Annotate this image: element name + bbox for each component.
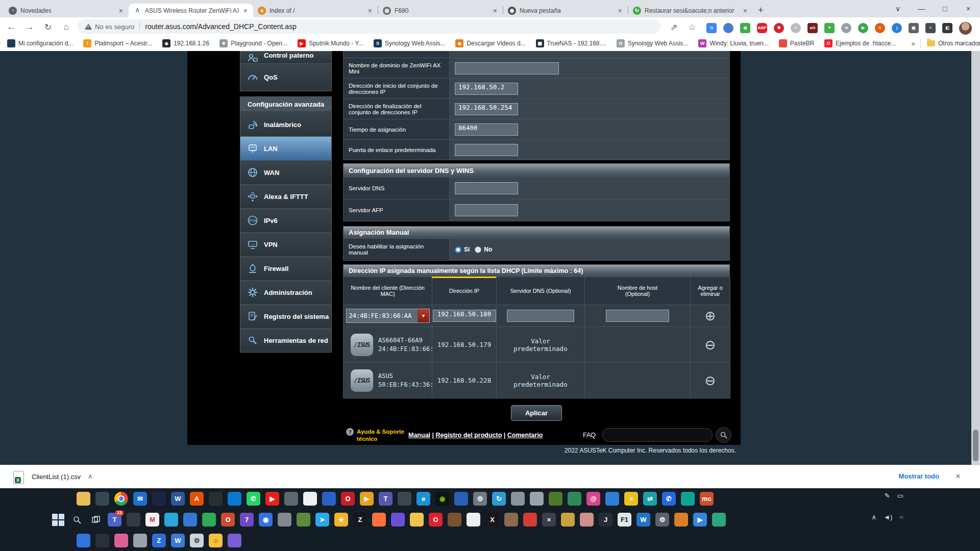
taskbar-opera-gx[interactable]: O (341, 492, 355, 506)
taskbar-maps[interactable]: ◉ (259, 513, 273, 527)
taskbar-steam[interactable] (209, 492, 223, 506)
taskbar-word[interactable]: W (171, 492, 185, 506)
taskbar-smiley[interactable]: ☺ (209, 534, 223, 547)
download-expand-chevron-icon[interactable]: ∧ (88, 472, 93, 480)
bookmark-item[interactable]: !Platinsport – Acestr... (83, 39, 152, 47)
taskbar-youtube[interactable]: ▶ (265, 492, 279, 506)
taskbar-grid-blue[interactable] (77, 534, 90, 547)
browser-tab[interactable]: ◉Nueva pestaña× (503, 4, 628, 17)
faq-search-button[interactable] (716, 427, 731, 443)
volume-icon[interactable]: ◄) (884, 513, 892, 521)
taskbar-cloud-gray[interactable] (398, 492, 411, 506)
window-minimize-button[interactable]: — (910, 0, 933, 17)
bookmark-item[interactable]: DSynology Web Assis... (617, 39, 689, 47)
footer-link[interactable]: Registro del producto (436, 432, 502, 439)
hidden-icons-chevron[interactable]: ∧ (872, 513, 877, 521)
sidebar-item-alexa[interactable]: Alexa & IFTTT (240, 184, 331, 208)
taskbar-settings-gray[interactable]: ⚙ (473, 492, 487, 506)
sidebar-item-syslog[interactable]: Registro del sistema (240, 304, 331, 328)
adblock-plus-icon[interactable]: ABP (757, 23, 767, 33)
taskbar-dark-app[interactable] (152, 492, 166, 506)
taskbar-movie-maker[interactable]: W (171, 534, 185, 547)
browser-tab[interactable]: ◍F680× (378, 4, 503, 17)
taskbar-drive[interactable] (511, 492, 525, 506)
browser-tab[interactable]: ↻Restaurar sesi&oacute;n anterior× (628, 4, 753, 17)
shield-check-icon[interactable]: ✓ (791, 23, 801, 33)
taskbar-firefox[interactable] (372, 513, 386, 527)
help-support-block[interactable]: ?Ayuda & Soportetécnico (346, 428, 404, 443)
bookmark-item[interactable]: ▦TrueNAS - 192.168.... (536, 39, 606, 47)
taskbar-notepad[interactable] (467, 513, 480, 527)
taskbar-circle-purple[interactable] (228, 534, 241, 547)
taskbar-pill-gray[interactable] (133, 534, 147, 547)
taskbar-zepeto[interactable]: Z (353, 513, 367, 527)
taskbar-z-blue[interactable]: Z (152, 534, 166, 547)
toolbar-forward-button[interactable]: → (22, 20, 37, 34)
taskbar-opera[interactable]: O (429, 513, 443, 527)
taskbar-onedrive[interactable] (228, 492, 241, 506)
taskbar-your-phone[interactable]: ✆ (662, 492, 676, 506)
sidebar-item-vpn[interactable]: ↔VPN (240, 232, 331, 256)
toolbar-reload-button[interactable]: ↻ (41, 20, 55, 34)
bookmark-item[interactable]: ✳Playground - Open... (219, 39, 287, 47)
taskbar-teams-classic[interactable]: T (379, 492, 393, 506)
taskbar-apple-blue[interactable] (183, 513, 197, 527)
taskbar-f1[interactable]: F1 (618, 513, 631, 527)
show-all-downloads-button[interactable]: Mostrar todo (899, 472, 939, 480)
taskbar-box-orange[interactable] (674, 513, 688, 527)
share-icon[interactable]: ⇗ (667, 20, 681, 34)
window-restore-button[interactable]: □ (933, 0, 957, 17)
form-input[interactable]: 192.168.50.254 (455, 103, 518, 115)
remove-client-icon[interactable]: ⊖ (705, 338, 716, 352)
scrollbar-track[interactable] (971, 51, 980, 465)
taskbar-camera[interactable] (284, 492, 298, 506)
puzzle-icon[interactable]: ▣ (909, 23, 919, 33)
sidebar-item-wan[interactable]: WAN (240, 160, 331, 184)
play-green-icon[interactable]: ▶ (858, 23, 868, 33)
sidebar-item-nettools[interactable]: Herramientas de red (240, 328, 331, 352)
window-menu-chevron-button[interactable]: ∨ (886, 0, 910, 17)
profile-avatar[interactable] (959, 22, 972, 35)
taskbar-camera-dark[interactable] (95, 534, 109, 547)
dns-input[interactable] (507, 310, 574, 322)
taskbar-mail[interactable]: ✉ (133, 492, 147, 506)
taskbar-task-view-button[interactable] (89, 513, 103, 527)
tab-close-icon[interactable]: × (367, 7, 373, 15)
browser-tab[interactable]: ΛASUS Wireless Router ZenWiFi AX× (129, 4, 253, 17)
taskbar-dirt-block[interactable] (448, 513, 461, 527)
taskbar-mail-pink[interactable]: @ (586, 492, 600, 506)
taskbar-media-center[interactable]: mc (700, 492, 714, 506)
url-text[interactable]: router.asus.com/Advanced_DHCP_Content.as… (145, 22, 297, 31)
download-helper-icon[interactable]: ▼ (824, 23, 835, 33)
other-bookmarks-button[interactable]: Otros marcadores (927, 40, 980, 47)
bookmark-item[interactable]: ◈Descargar Videos d... (455, 39, 525, 47)
taskbar-seven-purple[interactable]: 7 (240, 513, 254, 527)
pen-icon[interactable]: ✎ (885, 492, 890, 499)
bookmark-item[interactable]: OEjemplos de .htacce... (824, 39, 896, 47)
taskbar-pickaxe-gold[interactable] (561, 513, 575, 527)
s-orange-icon[interactable]: S (875, 23, 885, 33)
tab-close-icon[interactable]: × (242, 7, 249, 15)
radio-no[interactable] (475, 246, 481, 253)
bookmark-item[interactable]: SSynology Web Assis... (374, 39, 446, 47)
taskbar-pig-pink[interactable] (580, 513, 594, 527)
footer-link[interactable]: Manual (408, 432, 430, 439)
window-close-button[interactable]: × (957, 0, 980, 17)
form-input[interactable] (455, 62, 559, 74)
mac-select[interactable]: 24:4B:FE:83:66:AA▼ (346, 309, 430, 323)
taskbar-mouse[interactable] (530, 492, 544, 506)
radio-yes[interactable] (455, 246, 461, 253)
taskbar-movies[interactable] (454, 492, 468, 506)
taskbar-star-yellow[interactable]: ★ (334, 513, 348, 527)
taskbar-mc-block[interactable] (504, 513, 518, 527)
bookmark-item[interactable]: ◆192.168.1.26 (162, 39, 209, 47)
taskbar-cloud-blue[interactable] (164, 513, 178, 527)
ublock-origin-icon[interactable]: uO (807, 23, 818, 33)
taskbar-minecraft-grass[interactable] (297, 513, 310, 527)
taskbar-player[interactable]: ▶ (360, 492, 374, 506)
taskbar-green-circle[interactable] (202, 513, 216, 527)
sidebar-item-ipv6[interactable]: IPV6IPv6 (240, 208, 331, 232)
sidebar-item-firewall[interactable]: Firewall (240, 256, 331, 280)
bookmark-item[interactable]: PasteBR (779, 39, 814, 47)
taskbar-gear-light[interactable]: ⚙ (190, 534, 204, 547)
